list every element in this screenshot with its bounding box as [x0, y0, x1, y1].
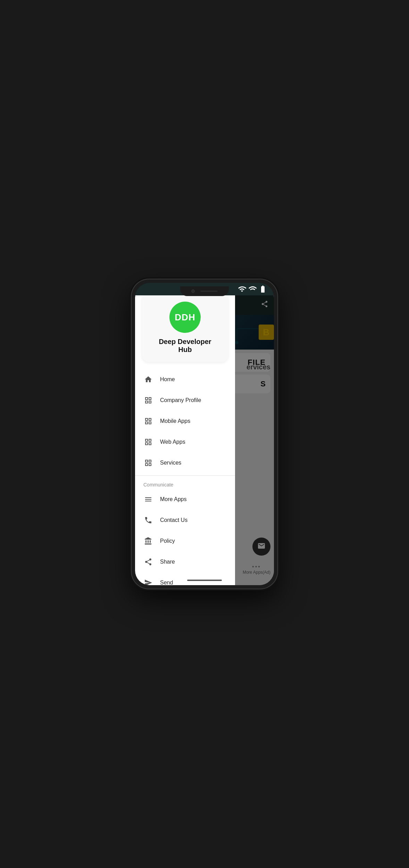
menu-item-contact-us[interactable]: Contact Us: [135, 510, 235, 531]
menu-label-services: Services: [160, 460, 181, 466]
menu-label-mobile-apps: Mobile Apps: [160, 418, 190, 424]
menu-item-share[interactable]: Share: [135, 551, 235, 572]
menu-label-company-profile: Company Profile: [160, 397, 201, 403]
menu-item-web-apps[interactable]: Web Apps: [135, 432, 235, 452]
communicate-section-label: Communicate: [135, 478, 235, 489]
menu-label-more-apps: More Apps: [160, 496, 186, 502]
speaker: [200, 290, 218, 292]
phone-screen: B ervices FILE S: [135, 283, 274, 585]
policy-icon: [143, 536, 153, 546]
drawer-menu: Home Company Profile: [135, 369, 235, 585]
notch: [180, 286, 229, 296]
menu-label-home: Home: [160, 376, 175, 383]
menu-item-services[interactable]: Services: [135, 452, 235, 473]
menu-divider: [135, 475, 235, 476]
menu-item-more-apps[interactable]: More Apps: [135, 489, 235, 510]
phone-frame: B ervices FILE S: [132, 279, 277, 589]
menu-label-share: Share: [160, 559, 175, 565]
send-icon: [143, 578, 153, 585]
logo-circle: DDH: [169, 302, 201, 333]
logo-initials: DDH: [175, 312, 195, 323]
nav-drawer: DDH Deep Developer Hub Home: [135, 283, 235, 585]
phone-nav-bar: [187, 580, 222, 581]
wifi-icon: [238, 285, 246, 293]
menu-label-web-apps: Web Apps: [160, 439, 185, 445]
battery-icon: [259, 285, 267, 293]
menu-label-policy: Policy: [160, 538, 175, 544]
app-name: Deep Developer Hub: [152, 338, 218, 354]
menu-label-send: Send: [160, 580, 173, 585]
menu-item-mobile-apps[interactable]: Mobile Apps: [135, 411, 235, 432]
contact-icon: [143, 515, 153, 525]
home-icon: [143, 375, 153, 384]
mobile-apps-icon: [143, 416, 153, 426]
company-profile-icon: [143, 395, 153, 405]
menu-item-send[interactable]: Send: [135, 572, 235, 585]
menu-item-policy[interactable]: Policy: [135, 531, 235, 551]
share-icon: [143, 557, 153, 567]
menu-item-home[interactable]: Home: [135, 369, 235, 390]
camera: [191, 289, 195, 293]
menu-label-contact-us: Contact Us: [160, 517, 187, 523]
more-apps-icon: [143, 494, 153, 504]
signal-icon: [248, 285, 257, 293]
drawer-logo-card: DDH Deep Developer Hub: [142, 293, 228, 362]
menu-item-company-profile[interactable]: Company Profile: [135, 390, 235, 411]
web-apps-icon: [143, 437, 153, 447]
status-icons: [238, 285, 267, 293]
services-icon: [143, 458, 153, 468]
